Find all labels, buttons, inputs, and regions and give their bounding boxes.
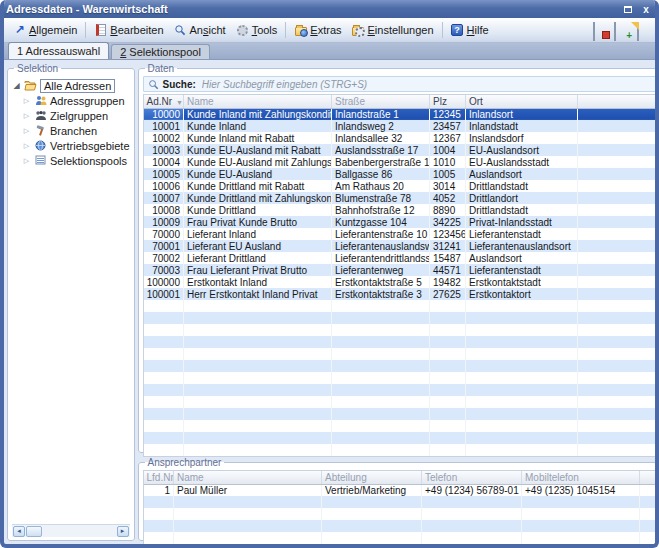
cell[interactable] (144, 384, 184, 396)
table-row[interactable]: 70002Lieferant DrittlandLieferantendritt… (144, 252, 656, 264)
cell[interactable] (184, 324, 332, 336)
cell[interactable]: 12367 (430, 132, 466, 144)
tree-item-adressgruppen[interactable]: ▷ Adressgruppen (12, 93, 130, 108)
cell[interactable] (430, 372, 466, 384)
cell[interactable] (184, 336, 332, 348)
cell[interactable]: Kuntzgasse 104 (332, 216, 430, 228)
cell[interactable]: Lieferantenweg (332, 264, 430, 276)
cell[interactable] (466, 312, 578, 324)
cell[interactable] (144, 432, 184, 444)
table-row[interactable]: 70003Frau Lieferant Privat BruttoLiefera… (144, 264, 656, 276)
menu-hilfe[interactable]: ? Hilfe (446, 22, 494, 39)
cell[interactable]: 15487 (430, 252, 466, 264)
cell[interactable]: 100001 (144, 288, 184, 300)
cell[interactable] (184, 300, 332, 312)
cell[interactable] (144, 372, 184, 384)
cell[interactable] (466, 300, 578, 312)
cell[interactable] (578, 288, 656, 300)
cell[interactable] (578, 336, 656, 348)
cell[interactable] (430, 432, 466, 444)
table-row[interactable] (144, 360, 656, 372)
tree-item-selektionspools[interactable]: ▷ Selektionspools (12, 153, 130, 168)
cell[interactable] (466, 348, 578, 360)
cell[interactable]: Inlandsallee 32 (332, 132, 430, 144)
cell[interactable]: Vertrieb/Marketing (322, 484, 422, 496)
cell[interactable] (578, 324, 656, 336)
cell[interactable] (578, 168, 656, 180)
cell[interactable] (578, 420, 656, 432)
cell[interactable]: 1005 (430, 168, 466, 180)
cell[interactable]: 1010 (430, 156, 466, 168)
cell[interactable]: 70001 (144, 240, 184, 252)
cell[interactable] (144, 408, 184, 420)
cell[interactable] (174, 496, 322, 508)
cell[interactable] (430, 312, 466, 324)
cell[interactable]: 10008 (144, 204, 184, 216)
cell[interactable] (322, 520, 422, 532)
cell[interactable]: 100000 (144, 276, 184, 288)
cell[interactable] (578, 204, 656, 216)
cell[interactable] (430, 324, 466, 336)
cell[interactable]: 10003 (144, 144, 184, 156)
cell[interactable]: +49 (1235) 1045154 (522, 484, 640, 496)
cell[interactable] (578, 132, 656, 144)
cell[interactable] (184, 408, 332, 420)
cell[interactable]: Frau Privat Kunde Brutto (184, 216, 332, 228)
cell[interactable] (578, 372, 656, 384)
cell[interactable] (466, 360, 578, 372)
table-row[interactable] (144, 348, 656, 360)
table-add-button[interactable] (614, 23, 630, 37)
cell[interactable] (578, 240, 656, 252)
cell[interactable]: 10005 (144, 168, 184, 180)
table-remove-button[interactable] (593, 23, 609, 37)
cell[interactable] (144, 444, 184, 456)
cell[interactable] (466, 420, 578, 432)
cell[interactable] (322, 496, 422, 508)
scroll-right-icon[interactable]: ▸ (117, 526, 129, 537)
table-row[interactable]: 70001Lieferant EU AuslandLieferantenausl… (144, 240, 656, 252)
cell[interactable]: 10000 (144, 108, 184, 120)
cell[interactable] (332, 360, 430, 372)
cell[interactable] (332, 384, 430, 396)
cell[interactable] (332, 408, 430, 420)
cell[interactable] (640, 496, 656, 508)
cell[interactable] (322, 532, 422, 544)
cell[interactable]: Inlandsweg 2 (332, 120, 430, 132)
cell[interactable]: 27625 (430, 288, 466, 300)
tab-selektionspool[interactable]: 2 Selektionspool (111, 44, 210, 59)
cell[interactable]: Lieferantenstadt (466, 264, 578, 276)
cell[interactable]: Erstkontaktstraße 5 (332, 276, 430, 288)
cell[interactable] (466, 432, 578, 444)
cell[interactable] (322, 508, 422, 520)
cell[interactable]: Lieferantenauslandsort (466, 240, 578, 252)
table-row[interactable] (144, 432, 656, 444)
cell[interactable] (430, 360, 466, 372)
cell[interactable] (466, 336, 578, 348)
cell[interactable]: Kunde Inland mit Zahlungskondition und L… (184, 108, 332, 120)
column-header-name[interactable]: Name (174, 471, 322, 484)
cell[interactable] (430, 384, 466, 396)
column-header-name[interactable]: Name (184, 95, 332, 108)
tree-item-alle-adressen[interactable]: ◢ Alle Adressen (12, 78, 130, 93)
expander-closed-icon[interactable]: ▷ (22, 157, 31, 165)
column-header-abteilung[interactable]: Abteilung (322, 471, 422, 484)
cell[interactable] (332, 444, 430, 456)
expander-open-icon[interactable]: ◢ (12, 81, 21, 90)
cell[interactable]: Kunde EU-Ausland (184, 168, 332, 180)
table-row[interactable]: 70000Lieferant InlandLieferantenstraße 1… (144, 228, 656, 240)
cell[interactable] (578, 348, 656, 360)
cell[interactable] (332, 372, 430, 384)
table-row[interactable] (144, 420, 656, 432)
cell[interactable] (184, 360, 332, 372)
cell[interactable] (578, 264, 656, 276)
cell[interactable] (466, 324, 578, 336)
cell[interactable] (522, 532, 640, 544)
cell[interactable] (578, 300, 656, 312)
cell[interactable] (332, 348, 430, 360)
cell[interactable]: Lieferantenstraße 10 (332, 228, 430, 240)
cell[interactable]: Lieferant EU Ausland (184, 240, 332, 252)
cell[interactable]: Lieferantenauslandsweg 2 (332, 240, 430, 252)
table-row[interactable]: 100000Erstkontakt InlandErstkontaktstraß… (144, 276, 656, 288)
table-row[interactable] (144, 396, 656, 408)
cell[interactable] (578, 432, 656, 444)
